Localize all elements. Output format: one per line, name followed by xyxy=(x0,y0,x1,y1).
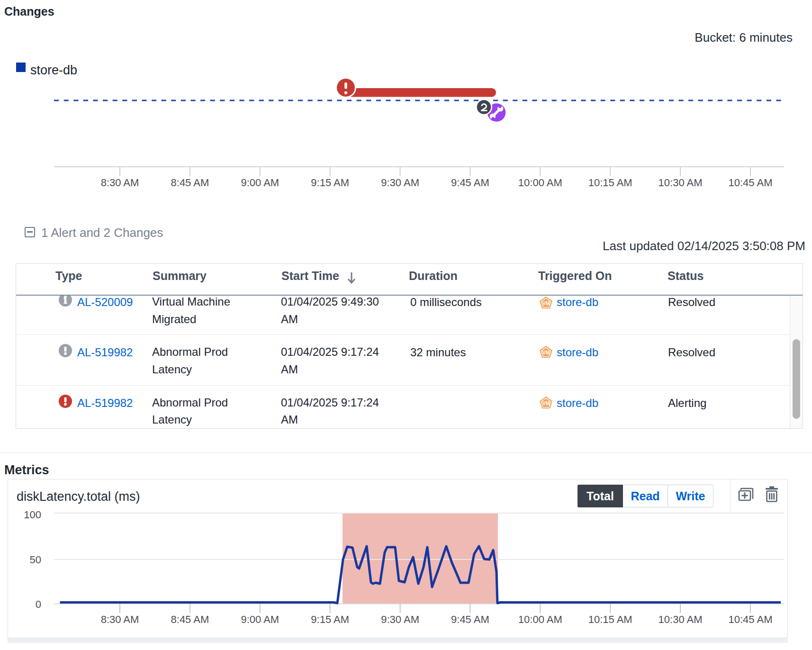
svg-text:VM: VM xyxy=(542,400,550,406)
svg-text:VM: VM xyxy=(542,300,550,306)
svg-text:VM: VM xyxy=(542,350,550,355)
